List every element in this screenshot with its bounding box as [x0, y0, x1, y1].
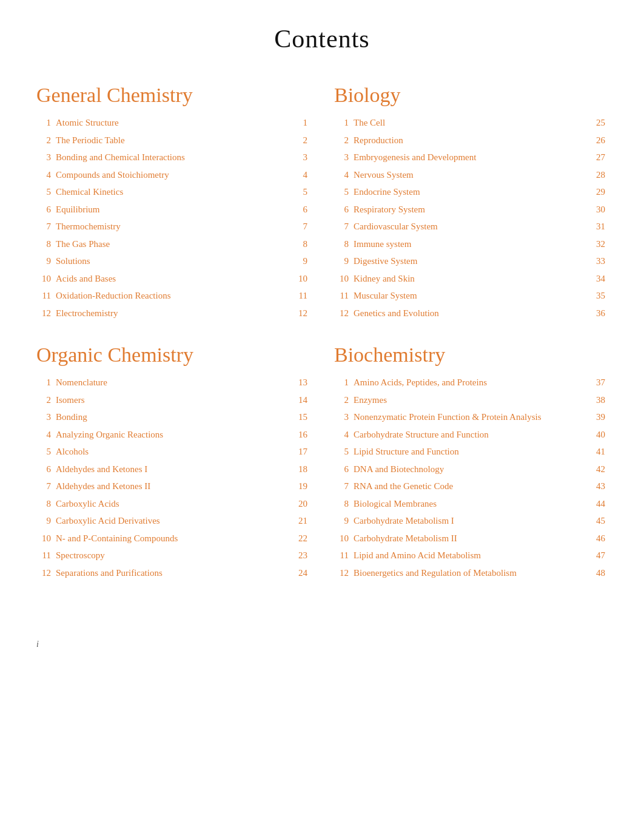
item-page: 6 [292, 201, 310, 218]
item-page: 12 [292, 305, 310, 322]
item-title: Equilibrium [53, 201, 292, 218]
item-number: 6 [334, 201, 351, 218]
general-chemistry-table: 1 Atomic Structure 1 2 The Periodic Tabl… [36, 114, 310, 322]
item-title: Endocrine System [351, 183, 589, 201]
item-number: 3 [334, 149, 351, 166]
item-title: Isomers [53, 391, 292, 409]
table-row: 6 Aldehydes and Ketones I 18 [36, 461, 310, 478]
item-title: Compounds and Stoichiometry [53, 166, 292, 184]
item-page: 42 [589, 461, 608, 478]
item-title: RNA and the Genetic Code [351, 478, 589, 495]
table-row: 7 Aldehydes and Ketones II 19 [36, 478, 310, 495]
item-number: 12 [334, 305, 351, 322]
organic-chemistry-title: Organic Chemistry [36, 343, 310, 367]
item-title: Analyzing Organic Reactions [53, 426, 292, 444]
table-row: 5 Lipid Structure and Function 41 [334, 443, 608, 461]
item-number: 8 [334, 495, 351, 513]
item-page: 16 [292, 426, 310, 444]
table-row: 4 Compounds and Stoichiometry 4 [36, 166, 310, 184]
table-row: 7 RNA and the Genetic Code 43 [334, 478, 608, 495]
item-number: 4 [36, 426, 53, 444]
table-row: 5 Alcohols 17 [36, 443, 310, 461]
item-title: Digestive System [351, 252, 589, 270]
item-page: 39 [589, 408, 608, 426]
item-page: 11 [292, 287, 310, 305]
item-page: 15 [292, 408, 310, 426]
item-page: 32 [589, 235, 608, 253]
table-row: 7 Thermochemistry 7 [36, 218, 310, 235]
item-page: 36 [589, 305, 608, 322]
table-row: 11 Oxidation-Reduction Reactions 11 [36, 287, 310, 305]
item-page: 46 [589, 530, 608, 547]
item-page: 3 [292, 149, 310, 166]
item-page: 48 [589, 564, 608, 582]
item-page: 45 [589, 512, 608, 530]
item-number: 1 [36, 374, 53, 391]
item-number: 12 [334, 564, 351, 582]
table-row: 1 The Cell 25 [334, 114, 608, 132]
item-number: 1 [334, 114, 351, 132]
item-number: 5 [334, 183, 351, 201]
item-title: Carboxylic Acids [53, 495, 292, 513]
item-title: Carbohydrate Metabolism I [351, 512, 589, 530]
item-number: 3 [36, 149, 53, 166]
item-number: 1 [36, 114, 53, 132]
table-row: 5 Endocrine System 29 [334, 183, 608, 201]
item-title: Embryogenesis and Development [351, 149, 589, 166]
item-page: 26 [589, 132, 608, 149]
item-page: 13 [292, 374, 310, 391]
table-row: 6 DNA and Biotechnology 42 [334, 461, 608, 478]
item-title: Respiratory System [351, 201, 589, 218]
item-title: Bonding and Chemical Interactions [53, 149, 292, 166]
item-page: 35 [589, 287, 608, 305]
item-page: 40 [589, 426, 608, 444]
table-row: 11 Muscular System 35 [334, 287, 608, 305]
item-title: Aldehydes and Ketones II [53, 478, 292, 495]
item-page: 38 [589, 391, 608, 409]
table-row: 12 Electrochemistry 12 [36, 305, 310, 322]
table-row: 2 Reproduction 26 [334, 132, 608, 149]
item-title: Carbohydrate Structure and Function [351, 426, 589, 444]
table-row: 10 Acids and Bases 10 [36, 270, 310, 288]
item-number: 1 [334, 374, 351, 391]
item-title: Immune system [351, 235, 589, 253]
item-title: Bonding [53, 408, 292, 426]
table-row: 5 Chemical Kinetics 5 [36, 183, 310, 201]
item-page: 18 [292, 461, 310, 478]
item-number: 8 [36, 495, 53, 513]
item-title: Bioenergetics and Regulation of Metaboli… [351, 564, 589, 582]
item-page: 17 [292, 443, 310, 461]
item-title: Thermochemistry [53, 218, 292, 235]
item-page: 47 [589, 547, 608, 564]
item-page: 1 [292, 114, 310, 132]
item-number: 3 [36, 408, 53, 426]
item-page: 29 [589, 183, 608, 201]
item-number: 3 [334, 408, 351, 426]
item-number: 6 [36, 461, 53, 478]
item-title: Solutions [53, 252, 292, 270]
item-title: Lipid and Amino Acid Metabolism [351, 547, 589, 564]
item-title: DNA and Biotechnology [351, 461, 589, 478]
table-row: 10 N- and P-Containing Compounds 22 [36, 530, 310, 547]
organic-chemistry-section: Organic Chemistry 1 Nomenclature 13 2 Is… [36, 343, 310, 581]
item-page: 20 [292, 495, 310, 513]
item-page: 21 [292, 512, 310, 530]
item-page: 8 [292, 235, 310, 253]
item-number: 11 [36, 287, 53, 305]
item-page: 25 [589, 114, 608, 132]
item-page: 34 [589, 270, 608, 288]
table-row: 9 Digestive System 33 [334, 252, 608, 270]
table-row: 6 Respiratory System 30 [334, 201, 608, 218]
item-number: 7 [36, 478, 53, 495]
item-title: Chemical Kinetics [53, 183, 292, 201]
table-row: 3 Bonding and Chemical Interactions 3 [36, 149, 310, 166]
general-chemistry-title: General Chemistry [36, 84, 310, 107]
item-page: 10 [292, 270, 310, 288]
item-number: 7 [334, 478, 351, 495]
item-title: Alcohols [53, 443, 292, 461]
biology-title: Biology [334, 84, 608, 107]
content-columns: General Chemistry 1 Atomic Structure 1 2… [36, 84, 608, 603]
organic-chemistry-table: 1 Nomenclature 13 2 Isomers 14 3 Bonding… [36, 374, 310, 581]
item-title: Lipid Structure and Function [351, 443, 589, 461]
item-title: Nonenzymatic Protein Function & Protein … [351, 408, 589, 426]
